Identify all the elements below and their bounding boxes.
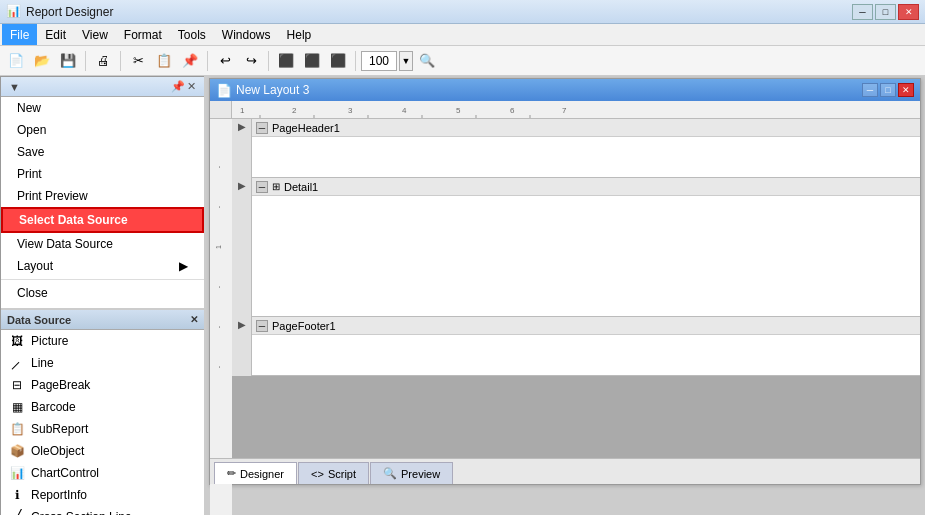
designer-tab-icon: ✏ xyxy=(227,467,236,480)
maximize-button[interactable]: □ xyxy=(875,4,896,20)
menu-item-open[interactable]: Open xyxy=(1,119,204,141)
toolbox-cross-section-line[interactable]: ╱ Cross Section Line xyxy=(1,506,204,515)
copy-button[interactable]: 📋 xyxy=(152,49,176,73)
minimize-button[interactable]: ─ xyxy=(852,4,873,20)
reportinfo-icon: ℹ xyxy=(9,487,25,503)
tab-designer[interactable]: ✏ Designer xyxy=(214,462,297,484)
chartcontrol-icon: 📊 xyxy=(9,465,25,481)
zoom-dropdown[interactable]: ▼ xyxy=(399,51,413,71)
svg-text:6: 6 xyxy=(510,106,515,115)
menu-close-button[interactable]: ✕ xyxy=(187,80,196,93)
band-detail: ▶ ─ ⊞ Detail1 xyxy=(232,178,920,317)
paste-button[interactable]: 📌 xyxy=(178,49,202,73)
band-label-pagefooter[interactable]: ▶ xyxy=(232,317,252,376)
align-center-button[interactable]: ⬛ xyxy=(300,49,324,73)
zoom-out-button[interactable]: 🔍 xyxy=(415,49,439,73)
toolbox-reportinfo-label: ReportInfo xyxy=(31,488,87,502)
menu-item-new[interactable]: New xyxy=(1,97,204,119)
toolbar-sep-2 xyxy=(120,51,121,71)
undo-button[interactable]: ↩ xyxy=(213,49,237,73)
bottom-tabs: ✏ Designer <> Script 🔍 Preview xyxy=(210,458,920,484)
menu-item-select-data-source[interactable]: Select Data Source xyxy=(1,207,204,233)
toolbox-picture-label: Picture xyxy=(31,334,68,348)
toolbox-subreport[interactable]: 📋 SubReport xyxy=(1,418,204,440)
preview-tab-icon: 🔍 xyxy=(383,467,397,480)
toolbox-header-close[interactable]: ✕ xyxy=(190,314,198,325)
toolbox-barcode[interactable]: ▦ Barcode xyxy=(1,396,204,418)
align-right-button[interactable]: ⬛ xyxy=(326,49,350,73)
toolbox-line[interactable]: ─ Line xyxy=(1,352,204,374)
script-tab-icon: <> xyxy=(311,468,324,480)
pagebreak-icon: ⊟ xyxy=(9,377,25,393)
band-body-pagefooter xyxy=(252,335,920,375)
content-area: 📄 New Layout 3 ─ □ ✕ 1 2 xyxy=(205,76,925,515)
menu-item-print-preview[interactable]: Print Preview xyxy=(1,185,204,207)
tab-script[interactable]: <> Script xyxy=(298,462,369,484)
menu-windows[interactable]: Windows xyxy=(214,24,279,45)
title-bar: 📊 Report Designer ─ □ ✕ xyxy=(0,0,925,24)
toolbar-sep-5 xyxy=(355,51,356,71)
cut-button[interactable]: ✂ xyxy=(126,49,150,73)
toolbox-subreport-label: SubReport xyxy=(31,422,88,436)
save-button[interactable]: 💾 xyxy=(56,49,80,73)
svg-text:1: 1 xyxy=(215,245,222,249)
menu-pin-button[interactable]: 📌 xyxy=(171,80,185,93)
print-button[interactable]: 🖨 xyxy=(91,49,115,73)
toolbox-chartcontrol[interactable]: 📊 ChartControl xyxy=(1,462,204,484)
mdi-minimize-button[interactable]: ─ xyxy=(862,83,878,97)
toolbox-pagebreak[interactable]: ⊟ PageBreak xyxy=(1,374,204,396)
menu-item-view-data-source[interactable]: View Data Source xyxy=(1,233,204,255)
ruler-row: 1 2 3 4 5 6 7 xyxy=(210,101,920,119)
menu-format[interactable]: Format xyxy=(116,24,170,45)
band-title-detail: Detail1 xyxy=(284,181,318,193)
mdi-close-button[interactable]: ✕ xyxy=(898,83,914,97)
tab-preview[interactable]: 🔍 Preview xyxy=(370,462,453,484)
subreport-icon: 📋 xyxy=(9,421,25,437)
v-ruler-svg: - - 1 - - - xyxy=(210,119,232,515)
svg-text:3: 3 xyxy=(348,106,353,115)
band-expand-pageheader[interactable]: ─ xyxy=(256,122,268,134)
close-button[interactable]: ✕ xyxy=(898,4,919,20)
menu-separator xyxy=(1,279,204,280)
band-icon-detail: ⊞ xyxy=(272,181,280,192)
mdi-window-icon: 📄 xyxy=(216,83,232,98)
line-icon: ─ xyxy=(6,352,29,375)
band-body-pageheader xyxy=(252,137,920,177)
band-pagefooter: ▶ ─ PageFooter1 xyxy=(232,317,920,376)
ruler-svg: 1 2 3 4 5 6 7 xyxy=(232,101,920,119)
mdi-window: 📄 New Layout 3 ─ □ ✕ 1 2 xyxy=(209,78,921,485)
redo-button[interactable]: ↪ xyxy=(239,49,263,73)
menu-file[interactable]: File xyxy=(2,24,37,45)
open-button[interactable]: 📂 xyxy=(30,49,54,73)
menu-edit[interactable]: Edit xyxy=(37,24,74,45)
toolbox-line-label: Line xyxy=(31,356,54,370)
picture-icon: 🖼 xyxy=(9,333,25,349)
app-title: Report Designer xyxy=(26,5,113,19)
menu-item-save[interactable]: Save xyxy=(1,141,204,163)
toolbox-reportinfo[interactable]: ℹ ReportInfo xyxy=(1,484,204,506)
toolbox-oleobject[interactable]: 📦 OleObject xyxy=(1,440,204,462)
menu-bar: File Edit View Format Tools Windows Help xyxy=(0,24,925,46)
svg-text:1: 1 xyxy=(240,106,245,115)
toolbox-header-label: Data Source xyxy=(7,314,71,326)
main-container: ▼ 📌 ✕ New Open Save Print Print Preview xyxy=(0,76,925,515)
menu-item-print[interactable]: Print xyxy=(1,163,204,185)
band-label-detail[interactable]: ▶ xyxy=(232,178,252,317)
zoom-input[interactable]: 100 xyxy=(361,51,397,71)
toolbox-picture[interactable]: 🖼 Picture xyxy=(1,330,204,352)
band-expand-pagefooter[interactable]: ─ xyxy=(256,320,268,332)
menu-close-controls: 📌 ✕ xyxy=(171,80,196,93)
mdi-maximize-button[interactable]: □ xyxy=(880,83,896,97)
mdi-controls: ─ □ ✕ xyxy=(862,83,914,97)
menu-help[interactable]: Help xyxy=(279,24,320,45)
menu-item-close[interactable]: Close xyxy=(1,282,204,304)
title-controls: ─ □ ✕ xyxy=(852,4,919,20)
menu-view[interactable]: View xyxy=(74,24,116,45)
align-left-button[interactable]: ⬛ xyxy=(274,49,298,73)
menu-item-layout[interactable]: Layout ▶ xyxy=(1,255,204,277)
toolbar-sep-4 xyxy=(268,51,269,71)
band-expand-detail[interactable]: ─ xyxy=(256,181,268,193)
menu-tools[interactable]: Tools xyxy=(170,24,214,45)
band-label-pageheader[interactable]: ▶ xyxy=(232,119,252,178)
new-button[interactable]: 📄 xyxy=(4,49,28,73)
